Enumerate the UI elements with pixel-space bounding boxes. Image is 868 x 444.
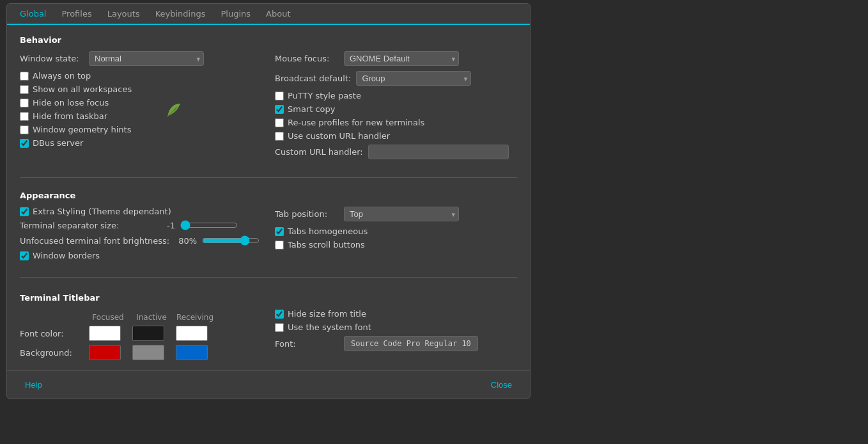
font-color-receiving[interactable] <box>176 326 208 341</box>
font-color-focused[interactable] <box>89 326 121 341</box>
use-system-font-checkbox[interactable] <box>275 323 284 332</box>
unfocused-brightness-row: Unfocused terminal font brightness: 80% <box>20 235 262 246</box>
font-display[interactable]: Source Code Pro Regular 10 <box>344 336 478 351</box>
smart-copy-checkbox[interactable] <box>275 105 284 114</box>
use-system-font-row: Use the system font <box>275 322 517 332</box>
smart-copy-row: Smart copy <box>275 104 517 114</box>
appearance-columns: Extra Styling (Theme dependant) Terminal… <box>20 207 517 264</box>
titlebar-table: Focused Inactive Receiving Font color: B… <box>20 313 262 360</box>
window-borders-row: Window borders <box>20 251 262 260</box>
tab-plugins[interactable]: Plugins <box>213 4 258 25</box>
background-receiving[interactable] <box>176 345 208 360</box>
appearance-right: Tab position: Top Bottom Left Right <box>275 207 517 264</box>
divider-2 <box>20 277 517 278</box>
tabs-scroll-buttons-label: Tabs scroll buttons <box>288 240 365 250</box>
titlebar-columns: Focused Inactive Receiving Font color: B… <box>20 309 517 360</box>
unfocused-brightness-slider[interactable] <box>202 235 260 246</box>
always-on-top-row: Always on top <box>20 71 262 81</box>
tab-position-row: Tab position: Top Bottom Left Right <box>275 207 517 221</box>
always-on-top-label: Always on top <box>33 71 91 81</box>
hide-from-taskbar-row: Hide from taskbar <box>20 111 262 121</box>
hide-from-taskbar-checkbox[interactable] <box>20 112 29 121</box>
mouse-focus-dropdown[interactable]: GNOME Default Click Sloppy <box>344 51 459 66</box>
window-state-row: Window state: Normal Maximized Fullscree… <box>20 51 262 66</box>
dbus-server-row: DBus server <box>20 138 262 148</box>
behavior-right: Mouse focus: GNOME Default Click Sloppy … <box>275 51 517 164</box>
font-row: Font: Source Code Pro Regular 10 <box>275 336 517 351</box>
hide-size-label: Hide size from title <box>288 309 366 319</box>
unfocused-brightness-value: 80% <box>174 236 197 246</box>
broadcast-default-dropdown[interactable]: Group All Off <box>356 71 471 86</box>
terminal-separator-value: -1 <box>153 221 175 230</box>
tab-layouts[interactable]: Layouts <box>100 4 148 25</box>
tab-position-label: Tab position: <box>275 209 339 219</box>
tabs-homogeneous-label: Tabs homogeneous <box>288 226 368 236</box>
close-button[interactable]: Close <box>486 377 517 392</box>
background-focused[interactable] <box>89 345 121 360</box>
tab-position-dropdown[interactable]: Top Bottom Left Right <box>344 207 459 221</box>
hide-size-checkbox[interactable] <box>275 310 284 319</box>
tabs-homogeneous-row: Tabs homogeneous <box>275 226 517 236</box>
inactive-col-header: Inactive <box>132 313 171 322</box>
show-all-workspaces-checkbox[interactable] <box>20 85 29 94</box>
background-inactive[interactable] <box>132 345 164 360</box>
tabs-homogeneous-checkbox[interactable] <box>275 227 284 236</box>
always-on-top-checkbox[interactable] <box>20 72 29 81</box>
use-custom-url-label: Use custom URL handler <box>288 131 390 141</box>
window-borders-label: Window borders <box>33 251 100 260</box>
window-geometry-hints-label: Window geometry hints <box>33 125 131 134</box>
window-borders-checkbox[interactable] <box>20 251 29 260</box>
extra-styling-checkbox[interactable] <box>20 207 29 216</box>
bottom-bar: Help Close <box>7 370 530 399</box>
behavior-left: Window state: Normal Maximized Fullscree… <box>20 51 262 164</box>
window-geometry-hints-checkbox[interactable] <box>20 125 29 134</box>
titlebar-left: Focused Inactive Receiving Font color: B… <box>20 309 262 360</box>
unfocused-brightness-label: Unfocused terminal font brightness: <box>20 236 169 246</box>
reuse-profiles-label: Re-use profiles for new terminals <box>288 118 424 127</box>
broadcast-default-row: Broadcast default: Group All Off <box>275 71 517 86</box>
broadcast-default-dropdown-wrap: Group All Off <box>356 71 471 86</box>
font-color-inactive[interactable] <box>132 326 164 341</box>
dbus-server-checkbox[interactable] <box>20 139 29 148</box>
tab-position-dropdown-wrap: Top Bottom Left Right <box>344 207 459 221</box>
broadcast-default-label: Broadcast default: <box>275 74 351 83</box>
behavior-section: Behavior Window state: Normal Maximized … <box>20 35 517 164</box>
behavior-columns: Window state: Normal Maximized Fullscree… <box>20 51 517 164</box>
custom-url-handler-input[interactable] <box>368 145 509 159</box>
custom-url-handler-label: Custom URL handler: <box>275 147 363 157</box>
hide-on-lose-focus-checkbox[interactable] <box>20 99 29 107</box>
putty-paste-checkbox[interactable] <box>275 91 284 100</box>
focused-col-header: Focused <box>89 313 127 322</box>
window-state-label: Window state: <box>20 54 84 63</box>
divider-1 <box>20 177 517 178</box>
tabs-scroll-buttons-checkbox[interactable] <box>275 241 284 250</box>
tab-bar: Global Profiles Layouts Keybindings Plug… <box>7 4 530 25</box>
mouse-focus-label: Mouse focus: <box>275 54 339 63</box>
hide-size-row: Hide size from title <box>275 309 517 319</box>
window-state-dropdown[interactable]: Normal Maximized Fullscreen <box>89 51 204 66</box>
terminal-separator-slider[interactable] <box>180 220 238 230</box>
reuse-profiles-row: Re-use profiles for new terminals <box>275 118 517 127</box>
titlebar-header: Terminal Titlebar <box>20 293 517 303</box>
tab-keybindings[interactable]: Keybindings <box>148 4 213 25</box>
use-system-font-label: Use the system font <box>288 322 371 332</box>
dbus-server-label: DBus server <box>33 138 83 148</box>
tab-about[interactable]: About <box>258 4 298 25</box>
hide-from-taskbar-label: Hide from taskbar <box>33 111 107 121</box>
help-button[interactable]: Help <box>20 377 47 392</box>
use-custom-url-checkbox[interactable] <box>275 132 284 141</box>
smart-copy-label: Smart copy <box>288 104 336 114</box>
font-color-label: Font color: <box>20 329 84 338</box>
background-label: Background: <box>20 348 84 358</box>
window-state-dropdown-wrap: Normal Maximized Fullscreen <box>89 51 204 66</box>
titlebar-section: Terminal Titlebar Focused Inactive Recei… <box>20 293 517 360</box>
putty-paste-row: PuTTY style paste <box>275 91 517 100</box>
reuse-profiles-checkbox[interactable] <box>275 118 284 127</box>
hide-on-lose-focus-row: Hide on lose focus <box>20 98 262 107</box>
appearance-section: Appearance Extra Styling (Theme dependan… <box>20 191 517 264</box>
main-content: Behavior Window state: Normal Maximized … <box>7 25 530 370</box>
mouse-focus-dropdown-wrap: GNOME Default Click Sloppy <box>344 51 459 66</box>
tab-global[interactable]: Global <box>12 4 54 25</box>
tab-profiles[interactable]: Profiles <box>54 4 99 25</box>
custom-url-handler-row: Custom URL handler: <box>275 145 517 159</box>
